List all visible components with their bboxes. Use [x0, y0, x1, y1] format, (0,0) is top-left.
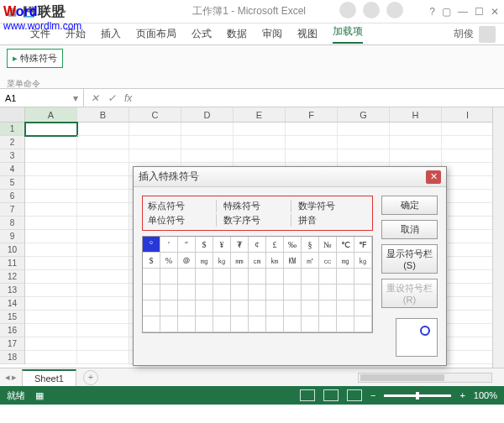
symbol-cell[interactable]: [160, 285, 178, 300]
col-header[interactable]: A: [25, 107, 77, 122]
symbol-cell[interactable]: %: [160, 253, 178, 269]
cell[interactable]: [129, 149, 181, 163]
page-layout-view-icon[interactable]: [323, 389, 339, 401]
minimize-icon[interactable]: —: [458, 6, 468, 18]
cancel-formula-icon[interactable]: ✕: [91, 92, 99, 104]
symbol-cell[interactable]: ℉: [354, 237, 372, 253]
tab-formulas[interactable]: 公式: [192, 27, 212, 41]
symbol-cell[interactable]: [302, 285, 319, 300]
cell[interactable]: [25, 190, 77, 203]
tab-addins[interactable]: 加载项: [333, 24, 363, 44]
symbol-cell[interactable]: [302, 269, 319, 285]
cell[interactable]: [338, 123, 390, 136]
cell[interactable]: [442, 284, 494, 297]
cell[interactable]: [25, 311, 77, 324]
symbol-cell[interactable]: $: [196, 237, 213, 253]
page-break-view-icon[interactable]: [347, 389, 362, 401]
row-header[interactable]: 3: [0, 149, 24, 163]
cell[interactable]: [25, 351, 77, 364]
tab-nav-prev-icon[interactable]: ◂: [5, 372, 10, 383]
row-header[interactable]: 17: [0, 337, 24, 351]
symbol-cell[interactable]: [249, 269, 266, 285]
symbol-cell[interactable]: [284, 269, 302, 285]
cell[interactable]: [234, 136, 286, 149]
cell[interactable]: [442, 149, 494, 163]
symbol-cell[interactable]: [231, 300, 249, 316]
symbol-cell[interactable]: ㎜: [231, 253, 249, 269]
symbol-cell[interactable]: [178, 269, 196, 285]
cell[interactable]: [25, 243, 77, 257]
symbol-cell[interactable]: ㏎: [284, 253, 302, 269]
symbol-cell[interactable]: °: [143, 237, 160, 253]
cell[interactable]: [442, 136, 494, 149]
symbol-cell[interactable]: [213, 300, 231, 316]
symbol-cell[interactable]: ℃: [337, 237, 354, 253]
enter-formula-icon[interactable]: ✓: [108, 92, 116, 104]
symbol-cell[interactable]: §: [302, 237, 319, 253]
symbol-cell[interactable]: ㎏: [213, 253, 231, 269]
cell[interactable]: [25, 136, 77, 149]
zoom-out-icon[interactable]: −: [370, 390, 375, 400]
symbol-cell[interactable]: ₮: [231, 237, 249, 253]
cell[interactable]: [181, 123, 234, 136]
symbol-cell[interactable]: [231, 285, 249, 300]
symbol-cell[interactable]: [266, 269, 284, 285]
horizontal-scrollbar[interactable]: [358, 373, 492, 383]
row-header[interactable]: 8: [0, 217, 24, 230]
tab-nav-next-icon[interactable]: ▸: [12, 372, 17, 383]
cell[interactable]: [442, 163, 494, 176]
symbol-cell[interactable]: [231, 316, 249, 332]
symbol-cell[interactable]: [337, 285, 354, 300]
cell[interactable]: [286, 123, 338, 136]
cell[interactable]: [25, 230, 77, 243]
symbol-cell[interactable]: £: [266, 237, 284, 253]
symbol-cell[interactable]: ㎎: [337, 253, 354, 269]
cell[interactable]: [77, 324, 129, 337]
col-header[interactable]: D: [181, 107, 234, 122]
cell[interactable]: [181, 149, 234, 163]
cell[interactable]: [25, 270, 77, 284]
name-box-input[interactable]: [5, 93, 64, 103]
cell[interactable]: [77, 123, 129, 136]
col-header[interactable]: H: [390, 107, 442, 122]
symbol-cell[interactable]: [213, 316, 231, 332]
symbol-cell[interactable]: [249, 300, 266, 316]
row-header[interactable]: 12: [0, 270, 24, 284]
normal-view-icon[interactable]: [300, 389, 315, 401]
dialog-close-button[interactable]: ✕: [426, 170, 441, 184]
ribbon-options-icon[interactable]: ▢: [442, 6, 451, 18]
category-tab[interactable]: 标点符号: [148, 200, 217, 212]
row-header[interactable]: 18: [0, 351, 24, 364]
symbol-cell[interactable]: [266, 285, 284, 300]
cell[interactable]: [77, 149, 129, 163]
macro-record-icon[interactable]: ▦: [35, 390, 44, 401]
cell[interactable]: [442, 203, 494, 217]
symbol-cell[interactable]: [143, 269, 160, 285]
symbol-cell[interactable]: ″: [178, 237, 196, 253]
row-header[interactable]: 6: [0, 190, 24, 203]
tab-view[interactable]: 视图: [297, 27, 318, 41]
cell[interactable]: [442, 176, 494, 190]
symbol-cell[interactable]: ‰: [284, 237, 302, 253]
cell[interactable]: [442, 270, 494, 284]
category-tab[interactable]: 单位符号: [148, 214, 217, 227]
symbol-cell[interactable]: [319, 285, 337, 300]
cell[interactable]: [77, 311, 129, 324]
zoom-level[interactable]: 100%: [474, 390, 497, 400]
fx-icon[interactable]: fx: [124, 92, 132, 104]
symbol-cell[interactable]: [354, 316, 372, 332]
name-box-dropdown-icon[interactable]: ▾: [73, 92, 78, 104]
cell[interactable]: [442, 230, 494, 243]
symbol-cell[interactable]: [196, 269, 213, 285]
cell[interactable]: [390, 149, 442, 163]
cell[interactable]: [390, 136, 442, 149]
cell[interactable]: [77, 136, 129, 149]
cell[interactable]: [77, 190, 129, 203]
cell[interactable]: [234, 123, 286, 136]
symbol-cell[interactable]: [249, 316, 266, 332]
help-icon[interactable]: ?: [429, 6, 435, 18]
symbol-cell[interactable]: [319, 300, 337, 316]
category-tab[interactable]: 特殊符号: [223, 200, 292, 212]
cell[interactable]: [442, 297, 494, 311]
cell[interactable]: [442, 217, 494, 230]
